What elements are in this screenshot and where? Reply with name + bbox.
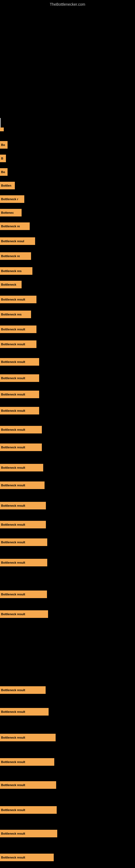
- bottleneck-bar: Bottleneck result: [0, 806, 57, 814]
- bottleneck-bar: Bottleneck result: [0, 686, 46, 694]
- bottleneck-bar: Bottleneck re: [0, 252, 31, 260]
- bottleneck-bar: Bottleneck re: [0, 222, 30, 230]
- bottleneck-bar: Bottleneck result: [0, 708, 49, 716]
- bottleneck-bar: Bottleneck result: [0, 521, 46, 528]
- bottleneck-bar: Bottleneck r: [0, 195, 24, 203]
- bottleneck-bar: Bottleneck result: [0, 340, 37, 348]
- bottleneck-bar: Bottleneck result: [0, 407, 39, 414]
- bottleneck-bar: Bottlen: [0, 182, 15, 189]
- bottleneck-bar: Bottleneck result: [0, 559, 47, 566]
- bottleneck-bar: Bottleneck result: [0, 374, 39, 382]
- site-title: TheBottlenecker.com: [50, 2, 85, 6]
- bottleneck-bar: Bottleneck result: [0, 854, 54, 861]
- bottleneck-bar: Bottleneck result: [0, 758, 54, 766]
- bottleneck-bar: Bo: [0, 168, 8, 176]
- bottleneck-bar: Bottleneck result: [0, 426, 42, 433]
- bottleneck-bar: Bottleneck result: [0, 443, 42, 451]
- bottleneck-bar: Bottleneck result: [0, 358, 39, 366]
- bottleneck-bar: Bottleneck res: [0, 311, 31, 318]
- bottleneck-bar: B: [0, 155, 6, 162]
- bottleneck-bar: Bottleneck res: [0, 267, 32, 275]
- bottleneck-bar: Bottleneck result: [0, 610, 48, 618]
- bottleneck-bar: Bottleneck result: [0, 590, 47, 598]
- cursor-indicator: [0, 118, 1, 129]
- bottleneck-bar: Bo: [0, 141, 8, 149]
- bottleneck-bar: Bottleneck result: [0, 482, 45, 489]
- bottleneck-bar: Bottleneck: [0, 281, 21, 288]
- bottleneck-bar: Bottleneck result: [0, 830, 57, 837]
- bottleneck-bar: Bottleneck result: [0, 464, 43, 471]
- bottleneck-bar: Bottleneck result: [0, 296, 37, 303]
- bottleneck-bar: Bottleneck result: [0, 734, 56, 741]
- bottleneck-bar-tiny: [0, 127, 4, 131]
- bottleneck-bar: Bottleneck resul: [0, 237, 35, 245]
- bottleneck-bar: Bottleneck result: [0, 781, 56, 789]
- bottleneck-bar: Bottleneck result: [0, 391, 39, 398]
- bottleneck-bar: Bottleneck result: [0, 538, 47, 546]
- bottleneck-bar: Bottleneck result: [0, 502, 46, 509]
- bottleneck-bar: Bottenec: [0, 209, 21, 216]
- bottleneck-bar: Bottleneck result: [0, 326, 37, 333]
